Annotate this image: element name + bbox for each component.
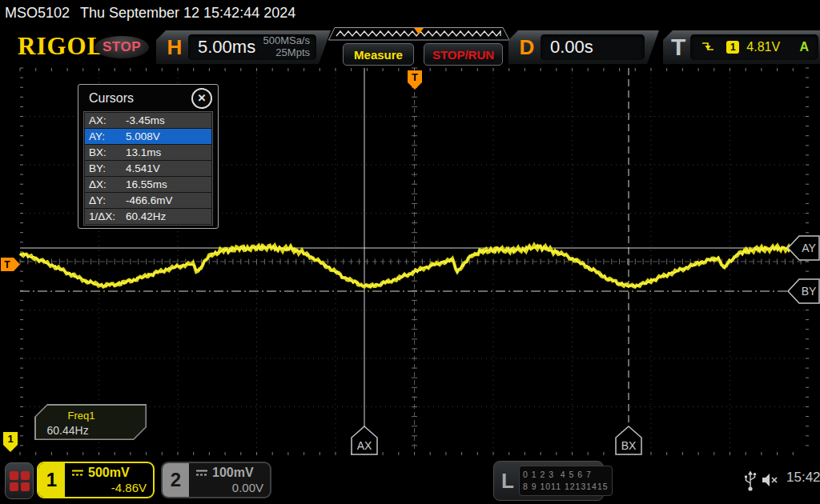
grid-menu-icon	[21, 471, 30, 480]
measurement-box-freq1[interactable]: Freq1 60.44Hz	[34, 404, 147, 440]
trigger-level-value: 4.81V	[746, 40, 780, 54]
trigger-source-badge: 1	[726, 41, 739, 54]
channel1-tab: 1	[38, 463, 65, 497]
channel2-scale: 100mV	[212, 466, 254, 480]
logic-tab: L	[501, 469, 514, 494]
channel1-offset: -4.86V	[71, 481, 147, 494]
menu-button[interactable]	[5, 462, 34, 499]
cursor-row-label: BX:	[89, 145, 126, 160]
logic-row1: 0 1 2 3 4 5 6 7	[523, 470, 592, 479]
cursor-bx-flag[interactable]: BX	[615, 426, 642, 455]
cursor-row-value: 4.541V	[126, 161, 207, 176]
timebase-value: 5.00ms	[198, 37, 255, 58]
memory-position-strip[interactable]	[328, 27, 510, 41]
logic-analyzer-status[interactable]: L 0 1 2 3 4 5 6 78 9 1011 12131415	[493, 461, 604, 501]
cursor-row-value: -466.6mV	[126, 193, 207, 208]
bx-flag-label: BX	[621, 439, 637, 452]
cursor-ax-flag[interactable]: AX	[351, 426, 378, 455]
delay-panel[interactable]: D 0.00s	[508, 30, 659, 64]
header: RIGOL STOP H 5.00ms 500MSa/s 25Mpts Meas…	[0, 26, 820, 67]
cursor-row-by[interactable]: BY:4.541V	[85, 161, 211, 176]
waveform-display-area[interactable]: T T 1 AY BY AX BX Cursors ✕ AX:-3.45msAY…	[0, 67, 820, 458]
falling-edge-icon	[701, 41, 715, 54]
delay-display: 0.00s	[541, 34, 645, 60]
model-name: MSO5102	[5, 5, 70, 22]
bottom-bar: 1 500mV -4.86V 2 100mV 0.00V	[0, 458, 820, 504]
timebase-display: 5.00ms 500MSa/s 25Mpts	[188, 34, 316, 60]
cursors-panel: Cursors ✕ AX:-3.45msAY:5.008VBX:13.1msBY…	[78, 84, 219, 229]
cursors-panel-header[interactable]: Cursors ✕	[78, 85, 218, 111]
channel2-offset: 0.00V	[195, 481, 263, 494]
measurement-value: 60.44Hz	[47, 424, 146, 437]
datetime: Thu September 12 15:42:44 2024	[80, 5, 295, 22]
cursor-row-value: 5.008V	[126, 129, 207, 144]
measure-button[interactable]: Measure	[343, 43, 414, 66]
ax-flag-label: AX	[357, 439, 372, 452]
cursor-row-value: -3.45ms	[126, 113, 207, 128]
measurement-name: Freq1	[68, 410, 146, 422]
speaker-muted-icon	[761, 471, 780, 489]
run-state-badge: STOP	[94, 36, 149, 58]
delay-letter: D	[517, 35, 537, 60]
measurement-box-inner: Freq1 60.44Hz	[36, 406, 146, 439]
cursor-row-x[interactable]: ΔX:16.55ms	[85, 177, 211, 192]
cursor-row-value: 13.1ms	[126, 145, 207, 160]
channel1-offset-marker[interactable]: 1	[2, 431, 19, 454]
cursor-row-label: ΔY:	[89, 193, 126, 208]
delay-value: 0.00s	[550, 37, 593, 58]
dc-coupling-icon	[71, 469, 84, 477]
cursor-row-value: 60.42Hz	[126, 209, 207, 224]
rigol-logo: RIGOL	[18, 32, 104, 61]
clock: 15:42	[786, 470, 820, 486]
channel2-status[interactable]: 2 100mV 0.00V	[161, 462, 271, 498]
by-flag-label: BY	[802, 285, 817, 298]
cursor-row-bx[interactable]: BX:13.1ms	[85, 145, 211, 160]
logic-row2: 8 9 1011 12131415	[523, 482, 609, 491]
usb-icon	[743, 470, 758, 492]
grid-menu-icon	[10, 471, 18, 480]
trigger-panel[interactable]: T 1 4.81V A	[663, 30, 820, 64]
cursor-row-1x[interactable]: 1/ΔX:60.42Hz	[85, 209, 211, 224]
stop-run-button-label: STOP/RUN	[432, 48, 494, 62]
trigger-display: 1 4.81V A	[690, 34, 818, 60]
cursor-row-label: AX:	[89, 113, 126, 128]
cursor-row-ay[interactable]: AY:5.008V	[85, 129, 211, 144]
acquisition-info: 500MSa/s 25Mpts	[263, 35, 310, 59]
cursor-row-value: 16.55ms	[126, 177, 207, 192]
cursor-row-y[interactable]: ΔY:-466.6mV	[85, 193, 211, 208]
cursor-row-label: ΔX:	[89, 177, 126, 192]
channel1-marker-label: 1	[7, 433, 13, 445]
trigger-level-label: T	[4, 259, 10, 270]
stop-run-button[interactable]: STOP/RUN	[424, 43, 503, 66]
channel2-tab: 2	[163, 463, 189, 497]
memory-depth: 25Mpts	[263, 47, 310, 59]
sample-rate: 500MSa/s	[263, 35, 310, 47]
cursor-readout-list: AX:-3.45msAY:5.008VBX:13.1msBY:4.541VΔX:…	[83, 111, 213, 226]
channel1-scale: 500mV	[88, 466, 130, 480]
trigger-mode: A	[799, 40, 809, 54]
trigger-level-marker[interactable]: T	[0, 257, 22, 272]
cursors-panel-title: Cursors	[89, 91, 134, 106]
cursor-row-label: 1/ΔX:	[89, 209, 126, 224]
trigger-position-marker[interactable]: T	[407, 70, 424, 91]
trigger-letter: T	[671, 34, 685, 61]
ay-flag-label: AY	[802, 242, 816, 254]
cursor-row-label: AY:	[89, 129, 126, 144]
trigger-marker-label: T	[412, 71, 418, 83]
channel1-status[interactable]: 1 500mV -4.86V	[37, 462, 155, 498]
dc-coupling-icon	[195, 469, 208, 477]
horizontal-panel[interactable]: H 5.00ms 500MSa/s 25Mpts	[156, 30, 331, 64]
cursor-row-ax[interactable]: AX:-3.45ms	[85, 113, 211, 128]
grid-menu-icon	[21, 482, 30, 491]
cursors-close-button[interactable]: ✕	[191, 88, 212, 109]
grid-menu-icon	[10, 482, 18, 491]
run-state-label: STOP	[102, 39, 141, 55]
cursor-by-flag[interactable]: BY	[787, 278, 820, 304]
cursor-row-label: BY:	[89, 161, 126, 176]
measure-button-label: Measure	[354, 48, 403, 62]
cursor-ay-flag[interactable]: AY	[787, 235, 820, 261]
horizontal-letter: H	[164, 35, 185, 60]
logic-channel-list: 0 1 2 3 4 5 6 78 9 1011 12131415	[519, 466, 613, 496]
close-icon: ✕	[198, 93, 207, 103]
titlebar: MSO5102 Thu September 12 15:42:44 2024	[0, 0, 820, 26]
